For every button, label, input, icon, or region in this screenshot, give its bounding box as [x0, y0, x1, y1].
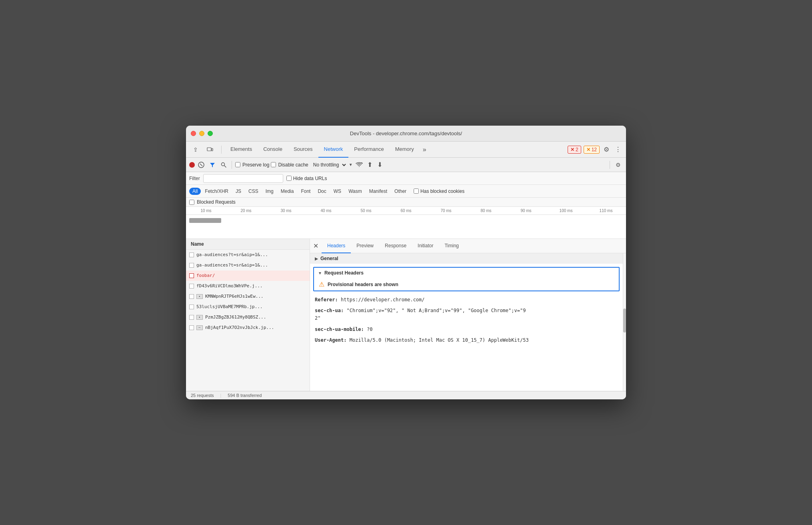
type-filter-doc[interactable]: Doc — [314, 188, 329, 195]
type-filter-img[interactable]: Img — [262, 188, 277, 195]
item-checkbox[interactable] — [189, 284, 194, 289]
tick-30ms: 30 ms — [266, 208, 306, 213]
warning-triangle-icon: ⚠ — [319, 281, 324, 288]
list-item[interactable]: − nBjAqf1PuX7O2nvJbJck.jp... — [186, 323, 310, 333]
request-headers-section: ▼ Request Headers ⚠ Provisional headers … — [313, 267, 620, 291]
tab-initiator[interactable]: Initiator — [412, 239, 439, 253]
svg-line-3 — [200, 164, 202, 166]
tab-response[interactable]: Response — [379, 239, 412, 253]
list-item[interactable]: ▪ KMNWpnRJTP6eHJs1wEw... — [186, 291, 310, 302]
blocked-requests-checkbox[interactable] — [189, 200, 194, 205]
list-item[interactable]: ga-audiences?t=sr&aip=1&... — [186, 260, 310, 271]
item-checkbox[interactable] — [189, 273, 194, 278]
list-item[interactable]: 53luclsjUVBaME7MPRb.jp... — [186, 302, 310, 312]
preserve-log-checkbox[interactable]: Preserve log — [235, 162, 269, 168]
tab-console[interactable]: Console — [258, 142, 288, 158]
error-badge: ✕ 2 — [568, 146, 581, 154]
tab-headers[interactable]: Headers — [322, 239, 351, 253]
item-checkbox[interactable] — [189, 252, 194, 257]
scrollbar[interactable] — [623, 253, 626, 391]
type-filter-js[interactable]: JS — [232, 188, 244, 195]
tab-elements[interactable]: Elements — [225, 142, 258, 158]
more-tabs-button[interactable]: » — [420, 146, 430, 153]
item-thumbnail: ▪ — [196, 294, 203, 299]
header-key: User-Agent: — [315, 337, 346, 343]
tick-100ms: 100 ms — [546, 208, 586, 213]
close-detail-button[interactable]: ✕ — [313, 242, 322, 250]
device-toggle-icon[interactable] — [204, 143, 216, 156]
request-list: Name ga-audiences?t=sr&aip=1&... ga-audi… — [186, 239, 310, 391]
type-filter-all[interactable]: All — [189, 188, 201, 195]
item-checkbox[interactable] — [189, 325, 194, 330]
tab-preview[interactable]: Preview — [351, 239, 379, 253]
settings-icon[interactable]: ⚙ — [602, 144, 611, 155]
item-thumbnail: ▪ — [196, 315, 203, 320]
search-icon[interactable] — [219, 160, 228, 170]
general-section-header[interactable]: ▶ General — [310, 253, 623, 264]
header-value: "Chromium";v="92", " Not A;Brand";v="99"… — [315, 308, 526, 321]
filter-icon[interactable] — [208, 160, 217, 170]
disable-cache-checkbox[interactable]: Disable cache — [271, 162, 308, 168]
timeline-ruler: 10 ms 20 ms 30 ms 40 ms 50 ms 60 ms 70 m… — [186, 207, 626, 215]
throttling-select[interactable]: No throttling — [310, 161, 347, 169]
type-filter-media[interactable]: Media — [278, 188, 297, 195]
minimize-button[interactable] — [199, 131, 204, 136]
list-item-selected[interactable]: foobar/ — [186, 271, 310, 281]
record-button[interactable] — [189, 162, 195, 168]
clear-icon[interactable] — [196, 160, 206, 170]
detail-content[interactable]: ▶ General ▼ Request Headers ⚠ Provisiona… — [310, 253, 623, 391]
tick-110ms: 110 ms — [586, 208, 626, 213]
type-filter-other[interactable]: Other — [391, 188, 410, 195]
item-thumbnail: − — [196, 325, 203, 330]
item-name: ga-audiences?t=sr&aip=1&... — [196, 262, 306, 268]
throttle-arrow: ▼ — [349, 162, 353, 167]
list-item[interactable]: ga-audiences?t=sr&aip=1&... — [186, 250, 310, 260]
upload-icon[interactable]: ⬆ — [366, 161, 374, 168]
tab-performance[interactable]: Performance — [348, 142, 389, 158]
tab-bar-right: ✕ 2 ✕ 12 ⚙ ⋮ — [568, 144, 623, 155]
item-checkbox[interactable] — [189, 263, 194, 268]
request-list-header: Name — [186, 239, 310, 250]
type-filter-css[interactable]: CSS — [245, 188, 262, 195]
filter-input[interactable] — [203, 174, 283, 183]
list-item[interactable]: ▪ PzmJZBgZBJ612Hy8QBSZ... — [186, 312, 310, 323]
timeline-bar-area — [186, 215, 626, 237]
tick-60ms: 60 ms — [386, 208, 426, 213]
tick-10ms: 10 ms — [186, 208, 226, 213]
titlebar: DevTools - developer.chrome.com/tags/dev… — [186, 126, 626, 142]
type-filter-manifest[interactable]: Manifest — [366, 188, 390, 195]
download-icon[interactable]: ⬇ — [376, 161, 384, 168]
provisional-warning: ⚠ Provisional headers are shown — [314, 278, 619, 291]
tab-sources[interactable]: Sources — [288, 142, 318, 158]
request-headers-title[interactable]: ▼ Request Headers — [314, 268, 619, 278]
header-value: ?0 — [367, 327, 372, 332]
tab-separator — [221, 146, 222, 154]
item-checkbox[interactable] — [189, 305, 194, 309]
cursor-icon[interactable]: ⇪ — [189, 143, 202, 156]
item-checkbox[interactable] — [189, 315, 194, 320]
header-sec-ch-ua: sec-ch-ua: "Chromium";v="92", " Not A;Br… — [310, 305, 623, 324]
tab-memory[interactable]: Memory — [390, 142, 420, 158]
list-item[interactable]: fD43v6RiVCDlmo3WhVPe.j... — [186, 281, 310, 291]
tab-network[interactable]: Network — [318, 142, 349, 158]
wifi-icon[interactable] — [354, 160, 364, 170]
tab-timing[interactable]: Timing — [439, 239, 464, 253]
tick-50ms: 50 ms — [346, 208, 386, 213]
type-filter-wasm[interactable]: Wasm — [345, 188, 365, 195]
close-button[interactable] — [191, 131, 196, 136]
maximize-button[interactable] — [208, 131, 213, 136]
hide-data-urls-checkbox[interactable]: Hide data URLs — [286, 176, 327, 181]
item-name: ga-audiences?t=sr&aip=1&... — [196, 252, 306, 257]
type-filter-fetch-xhr[interactable]: Fetch/XHR — [202, 188, 232, 195]
has-blocked-cookies-checkbox[interactable]: Has blocked cookies — [414, 188, 464, 194]
network-settings-icon[interactable]: ⚙ — [613, 160, 623, 170]
more-options-icon[interactable]: ⋮ — [613, 144, 623, 155]
scrollbar-thumb[interactable] — [623, 309, 626, 333]
request-count: 25 requests — [191, 393, 214, 398]
type-filter-ws[interactable]: WS — [330, 188, 344, 195]
item-checkbox[interactable] — [189, 294, 194, 299]
window-title: DevTools - developer.chrome.com/tags/dev… — [350, 130, 462, 136]
tick-70ms: 70 ms — [426, 208, 466, 213]
timeline-panel: 10 ms 20 ms 30 ms 40 ms 50 ms 60 ms 70 m… — [186, 207, 626, 239]
type-filter-font[interactable]: Font — [298, 188, 314, 195]
